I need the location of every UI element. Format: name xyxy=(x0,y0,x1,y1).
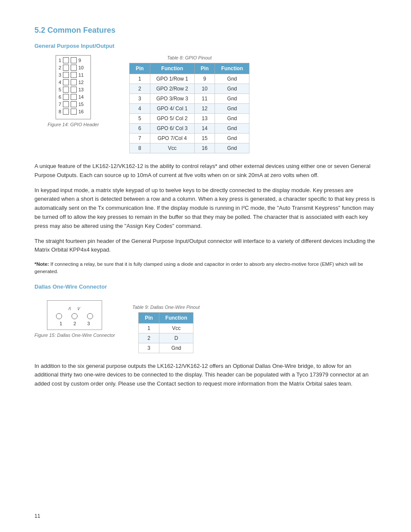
body-text-4: In addition to the six general purpose o… xyxy=(34,362,377,389)
table-row: 1GPO 1/Row 19Gnd xyxy=(130,74,249,84)
table-row: 5GPO 5/ Col 213Gnd xyxy=(130,114,249,124)
gpio-cell: Gnd xyxy=(215,134,249,143)
pin-box xyxy=(71,57,77,63)
gpio-pinout-table: Pin Function Pin Function 1GPO 1/Row 19G… xyxy=(129,63,249,153)
gpio-cell: Gnd xyxy=(215,143,249,153)
table-row: 7GPO 7/Col 415Gnd xyxy=(130,134,249,143)
pin-box xyxy=(71,65,77,71)
gpio-pin-row-1: 1 9 xyxy=(56,57,87,63)
figure14-caption: Figure 14: GPIO Header xyxy=(47,122,99,127)
dallas-pin-3-circle xyxy=(87,313,93,319)
page-number: 11 xyxy=(34,513,40,519)
gpio-pin-row-4: 4 12 xyxy=(56,79,87,85)
gpio-cell: 13 xyxy=(194,114,215,124)
figure15-caption: Figure 15: Dallas One-Wire Connector xyxy=(34,333,115,338)
gpio-cell: Gnd xyxy=(215,94,249,104)
gpio-cell: GPO 6/ Col 3 xyxy=(150,124,194,134)
pin-box xyxy=(71,79,77,85)
dallas-pinout-table: Pin Function 1Vcc2D3Gnd xyxy=(138,312,193,353)
pin-box xyxy=(71,72,77,78)
gpio-cell: Gnd xyxy=(215,124,249,134)
dallas-cell: Gnd xyxy=(159,343,193,353)
gpio-cell: GPO 2/Row 2 xyxy=(150,84,194,94)
dallas-cell: Vcc xyxy=(159,323,193,333)
gpio-cell: Gnd xyxy=(215,104,249,114)
gpio-figure-section: 1 9 2 10 3 11 4 xyxy=(34,55,377,153)
pin-box xyxy=(63,79,69,85)
section-title: 5.2 Common Features xyxy=(34,26,377,35)
note-text: *Note: *Note: If connecting a relay, be … xyxy=(34,261,377,276)
table-row: 3GPO 3/Row 311Gnd xyxy=(130,94,249,104)
table9-caption: Table 9: Dallas One-Wire Pinout xyxy=(132,305,200,310)
pin-box xyxy=(71,109,77,115)
gpio-pin-row-2: 2 10 xyxy=(56,65,87,71)
gpio-cell: 15 xyxy=(194,134,215,143)
gpio-pin-row-3: 3 11 xyxy=(56,72,87,78)
gpio-cell: GPO 3/Row 3 xyxy=(150,94,194,104)
col-header-pin2: Pin xyxy=(194,63,215,74)
gpio-cell: 8 xyxy=(130,143,150,153)
notch-indicator: ∧ ∨ xyxy=(67,305,83,311)
dallas-pin-1-circle xyxy=(56,313,62,319)
table8-caption: Table 8: GPIO Pinout xyxy=(167,55,212,60)
gpio-pin-rows: 1 9 2 10 3 11 4 xyxy=(56,57,87,115)
gpio-cell: 16 xyxy=(194,143,215,153)
dallas-diagram: ∧ ∨ 1 2 3 Figure 15: Dallas One-Wire Con… xyxy=(34,296,115,338)
table-row: 2D xyxy=(139,333,193,343)
table-row: 8Vcc16Gnd xyxy=(130,143,249,153)
dallas-cell: 2 xyxy=(139,333,159,343)
gpio-cell: 2 xyxy=(130,84,150,94)
gpio-cell: 10 xyxy=(194,84,215,94)
table-row: 4GPO 4/ Col 112Gnd xyxy=(130,104,249,114)
gpio-diagram: 1 9 2 10 3 11 4 xyxy=(34,55,112,127)
gpio-cell: 5 xyxy=(130,114,150,124)
gpio-cell: 6 xyxy=(130,124,150,134)
pin-box xyxy=(63,72,69,78)
gpio-cell: 11 xyxy=(194,94,215,104)
gpio-cell: GPO 5/ Col 2 xyxy=(150,114,194,124)
gpio-cell: Gnd xyxy=(215,84,249,94)
col-header-pin1: Pin xyxy=(130,63,150,74)
gpio-cell: 7 xyxy=(130,134,150,143)
dallas-col-header-func: Function xyxy=(159,312,193,323)
dallas-cell: 3 xyxy=(139,343,159,353)
gpio-table-container: Table 8: GPIO Pinout Pin Function Pin Fu… xyxy=(129,55,249,153)
pin-box xyxy=(63,94,69,100)
gpio-cell: Vcc xyxy=(150,143,194,153)
gpio-cell: 9 xyxy=(194,74,215,84)
gpio-subtitle: General Purpose Input/Output xyxy=(34,43,377,49)
gpio-pin-row-7: 7 15 xyxy=(56,101,87,107)
gpio-cell: 14 xyxy=(194,124,215,134)
dallas-table-container: Table 9: Dallas One-Wire Pinout Pin Func… xyxy=(132,305,200,353)
dallas-label-1: 1 xyxy=(59,321,62,326)
pin-box xyxy=(63,87,69,93)
dallas-cell: 1 xyxy=(139,323,159,333)
dallas-cell: D xyxy=(159,333,193,343)
pin-box xyxy=(71,101,77,107)
gpio-pin-row-5: 5 13 xyxy=(56,87,87,93)
col-header-func2: Function xyxy=(215,63,249,74)
dallas-label-2: 2 xyxy=(73,321,76,326)
body-text-1: A unique feature of the LK162-12/VK162-1… xyxy=(34,162,377,180)
gpio-pin-row-8: 8 16 xyxy=(56,109,87,115)
gpio-cell: Gnd xyxy=(215,74,249,84)
table-row: 2GPO 2/Row 210Gnd xyxy=(130,84,249,94)
gpio-header-box: 1 9 2 10 3 11 4 xyxy=(56,55,91,119)
gpio-cell: GPO 4/ Col 1 xyxy=(150,104,194,114)
gpio-cell: 1 xyxy=(130,74,150,84)
gpio-cell: 4 xyxy=(130,104,150,114)
gpio-cell: 3 xyxy=(130,94,150,104)
body-text-3: The straight fourteen pin header of the … xyxy=(34,237,377,255)
dallas-col-header-pin: Pin xyxy=(139,312,159,323)
gpio-cell: Gnd xyxy=(215,114,249,124)
pin-box xyxy=(63,109,69,115)
pin-box xyxy=(71,87,77,93)
pin-box xyxy=(63,101,69,107)
dallas-label-3: 3 xyxy=(87,321,90,326)
gpio-cell: GPO 7/Col 4 xyxy=(150,134,194,143)
col-header-func1: Function xyxy=(150,63,194,74)
gpio-pin-row-6: 6 14 xyxy=(56,94,87,100)
dallas-figure-section: ∧ ∨ 1 2 3 Figure 15: Dallas One-Wire Con… xyxy=(34,296,377,353)
pin-box xyxy=(71,94,77,100)
gpio-cell: 12 xyxy=(194,104,215,114)
